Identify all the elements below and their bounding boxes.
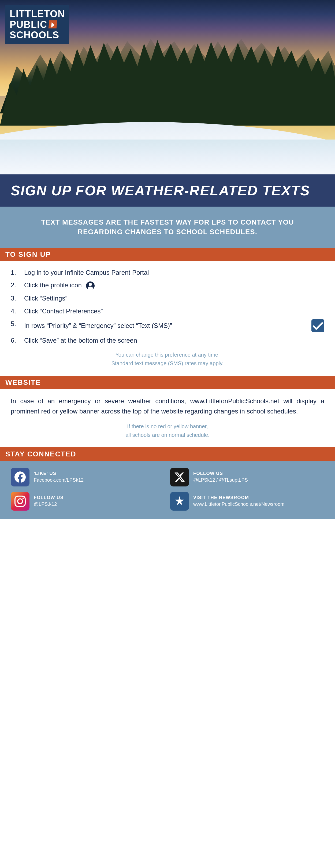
- instagram-value: @LPS.k12: [34, 501, 64, 507]
- step-5: 5. In rows “Priority” & “Emergency” sele…: [11, 319, 324, 332]
- stay-connected-content: STAY CONNECTED 'LIKE' US Facebook.com/LP…: [0, 447, 335, 519]
- step-2-text: Click the profile icon: [24, 281, 324, 290]
- step-5-num: 5.: [11, 319, 24, 329]
- twitter-item: FOLLOW US @LPSk12 / @TLsuptLPS: [170, 468, 324, 487]
- facebook-value: Facebook.com/LPSk12: [34, 477, 83, 483]
- checkbox-checked-icon: [311, 319, 324, 332]
- newsroom-text: VISIT THE NEWSROOM www.LittletonPublicSc…: [193, 495, 284, 507]
- facebook-item: 'LIKE' US Facebook.com/LPSk12: [11, 468, 165, 487]
- twitter-label: FOLLOW US: [193, 471, 248, 476]
- stay-connected-section: STAY CONNECTED 'LIKE' US Facebook.com/LP…: [0, 447, 335, 519]
- newsroom-icon-box: NR: [170, 492, 189, 510]
- svg-text:NR: NR: [177, 504, 179, 506]
- svg-marker-3: [175, 496, 184, 505]
- newsroom-value: www.LittletonPublicSchools.net/Newsroom: [193, 501, 284, 507]
- chevron-svg: [48, 21, 57, 29]
- step-2: 2. Click the profile icon: [11, 281, 324, 290]
- website-section: WEBSITE In case of an emergency or sever…: [0, 376, 335, 447]
- step-1-text: Log in to your Infinite Campus Parent Po…: [24, 268, 324, 277]
- info-box-text: TEXT MESSAGES ARE THE FASTEST WAY FOR LP…: [22, 217, 313, 237]
- svg-marker-0: [51, 22, 55, 28]
- step-6-text: Click “Save” at the bottom of the screen: [24, 336, 324, 345]
- signup-note: You can change this preference at any ti…: [11, 350, 324, 368]
- step-3: 3. Click “Settings”: [11, 294, 324, 303]
- step-4-text: Click “Contact Preferences”: [24, 307, 324, 316]
- stay-connected-label: STAY CONNECTED: [0, 447, 335, 461]
- signup-heading: SIGN UP FOR WEATHER-RELATED TEXTS: [11, 182, 324, 198]
- step-6-num: 6.: [11, 336, 24, 345]
- to-sign-up-section: TO SIGN UP 1. Log in to your Infinite Ca…: [0, 248, 335, 376]
- facebook-icon: [14, 471, 26, 483]
- step-3-text: Click “Settings”: [24, 294, 324, 303]
- step-3-num: 3.: [11, 294, 24, 303]
- svg-point-2: [88, 286, 93, 290]
- instagram-icon: [14, 496, 26, 507]
- social-grid: 'LIKE' US Facebook.com/LPSk12 FOLLOW US …: [11, 468, 324, 510]
- facebook-text: 'LIKE' US Facebook.com/LPSk12: [34, 471, 83, 483]
- signup-header-section: SIGN UP FOR WEATHER-RELATED TEXTS: [0, 175, 335, 207]
- website-note: If there is no red or yellow banner, all…: [11, 422, 324, 439]
- instagram-text: FOLLOW US @LPS.k12: [34, 495, 64, 507]
- facebook-icon-box: [11, 468, 30, 487]
- logo-chevron-icon: [48, 21, 57, 28]
- profile-icon: [86, 281, 95, 290]
- instagram-label: FOLLOW US: [34, 495, 64, 500]
- step-4: 4. Click “Contact Preferences”: [11, 307, 324, 316]
- twitter-icon-box: [170, 468, 189, 487]
- twitter-text: FOLLOW US @LPSk12 / @TLsuptLPS: [193, 471, 248, 483]
- to-sign-up-label: TO SIGN UP: [0, 248, 335, 261]
- info-box-section: TEXT MESSAGES ARE THE FASTEST WAY FOR LP…: [0, 207, 335, 248]
- steps-list: 1. Log in to your Infinite Campus Parent…: [11, 268, 324, 345]
- website-label: WEBSITE: [0, 376, 335, 389]
- website-body-text: In case of an emergency or severe weathe…: [11, 396, 324, 417]
- instagram-item: FOLLOW US @LPS.k12: [11, 492, 165, 510]
- newsroom-item: NR VISIT THE NEWSROOM www.LittletonPubli…: [170, 492, 324, 510]
- website-content: WEBSITE In case of an emergency or sever…: [0, 376, 335, 447]
- facebook-label: 'LIKE' US: [34, 471, 83, 476]
- hero-section: LITTLETON PUBLIC SCHOOLS: [0, 0, 335, 175]
- newsroom-label: VISIT THE NEWSROOM: [193, 495, 284, 500]
- logo-line3: SCHOOLS: [10, 30, 65, 40]
- step-5-row: In rows “Priority” & “Emergency” select …: [24, 319, 324, 332]
- step-1: 1. Log in to your Infinite Campus Parent…: [11, 268, 324, 277]
- logo-line1: LITTLETON: [10, 8, 65, 19]
- hero-snow-ground: [0, 140, 335, 175]
- step-6: 6. Click “Save” at the bottom of the scr…: [11, 336, 324, 345]
- newsroom-icon: NR: [174, 496, 185, 507]
- twitter-x-icon: [174, 471, 185, 483]
- svg-point-1: [89, 283, 92, 286]
- step-1-num: 1.: [11, 268, 24, 277]
- logo-line2: PUBLIC: [10, 19, 65, 30]
- signup-steps-container: TO SIGN UP 1. Log in to your Infinite Ca…: [0, 248, 335, 376]
- step-2-num: 2.: [11, 281, 24, 290]
- logo-box: LITTLETON PUBLIC SCHOOLS: [5, 5, 69, 44]
- instagram-icon-box: [11, 492, 30, 510]
- step-5-text: In rows “Priority” & “Emergency” select …: [24, 321, 306, 330]
- twitter-value: @LPSk12 / @TLsuptLPS: [193, 477, 248, 483]
- step-4-num: 4.: [11, 307, 24, 316]
